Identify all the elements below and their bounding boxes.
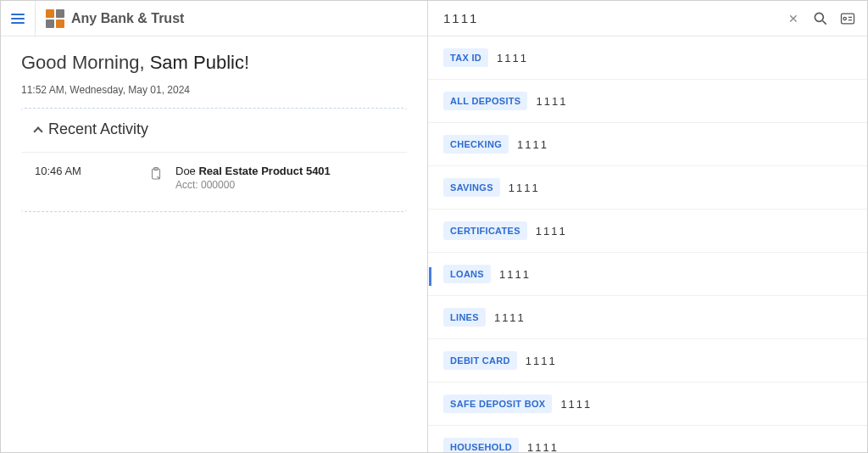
result-value: 1111: [560, 398, 592, 411]
search-result-row[interactable]: CHECKING1111: [428, 122, 867, 165]
result-value: 1111: [536, 95, 567, 108]
search-input[interactable]: [442, 10, 777, 26]
search-result-row[interactable]: LINES1111: [428, 295, 867, 338]
result-value: 1111: [527, 441, 559, 453]
result-value: 1111: [497, 52, 528, 64]
brand-title: Any Bank & Trust: [71, 11, 184, 26]
search-result-row[interactable]: HOUSEHOLD1111: [428, 425, 867, 452]
greeting-prefix: Good Morning,: [21, 52, 150, 73]
greeting-timestamp: 11:52 AM, Wednesday, May 01, 2024: [1, 79, 427, 108]
result-chip: LOANS: [443, 265, 491, 283]
result-value: 1111: [517, 138, 548, 151]
result-chip: TAX ID: [443, 48, 488, 67]
search-result-row[interactable]: DEBIT CARD1111: [428, 338, 867, 382]
clipboard-icon: [148, 166, 164, 182]
greeting-suffix: !: [244, 52, 249, 73]
result-value: 1111: [509, 182, 540, 194]
result-value: 1111: [526, 355, 557, 367]
search-results: TAX ID1111ALL DEPOSITS1111CHECKING1111SA…: [428, 36, 867, 452]
settings-card-icon[interactable]: [837, 8, 859, 30]
result-chip: CERTIFICATES: [443, 221, 527, 240]
result-chip: SAVINGS: [443, 178, 500, 197]
menu-button[interactable]: [9, 10, 26, 27]
result-chip: HOUSEHOLD: [443, 438, 519, 452]
svg-point-4: [843, 17, 846, 20]
result-value: 1111: [536, 225, 567, 238]
activity-row[interactable]: 10:46 AM Doe Real Estate Product 5401 Ac…: [21, 153, 407, 211]
recent-activity-toggle[interactable]: Recent Activity: [21, 109, 407, 153]
result-value: 1111: [499, 268, 531, 281]
result-chip: SAFE DEPOSIT BOX: [443, 394, 552, 413]
brand: Any Bank & Trust: [35, 1, 184, 36]
result-chip: ALL DEPOSITS: [443, 92, 527, 110]
chevron-up-icon: [33, 126, 42, 136]
search-result-row[interactable]: SAVINGS1111: [428, 165, 867, 209]
result-chip: DEBIT CARD: [443, 351, 517, 370]
search-result-row[interactable]: CERTIFICATES1111: [428, 209, 867, 252]
greeting-name: Sam Public: [150, 52, 244, 73]
greeting: Good Morning, Sam Public!: [1, 36, 427, 79]
activity-sub: Acct: 000000: [175, 179, 393, 191]
search-bar: ✕: [428, 1, 867, 36]
svg-point-2: [815, 13, 823, 21]
brand-logo-icon: [46, 9, 64, 28]
search-icon[interactable]: [810, 8, 832, 30]
recent-activity-card: Recent Activity 10:46 AM Doe Real Estate…: [21, 108, 407, 212]
activity-who: Doe: [175, 165, 196, 177]
result-value: 1111: [494, 311, 526, 324]
right-panel: ✕ TAX ID1111ALL DEPOSITS1111CHECKING1111…: [428, 1, 867, 452]
recent-activity-title: Recent Activity: [48, 120, 148, 138]
activity-time: 10:46 AM: [35, 165, 136, 177]
results-scroll-indicator: [429, 267, 431, 286]
result-chip: CHECKING: [443, 135, 509, 154]
left-panel: Any Bank & Trust Good Morning, Sam Publi…: [1, 1, 428, 452]
activity-what: Real Estate Product 5401: [198, 165, 330, 177]
search-result-row[interactable]: LOANS1111: [428, 252, 867, 295]
search-result-row[interactable]: ALL DEPOSITS1111: [428, 79, 867, 122]
search-result-row[interactable]: TAX ID1111: [428, 36, 867, 79]
app-header: Any Bank & Trust: [1, 1, 427, 36]
search-result-row[interactable]: SAFE DEPOSIT BOX1111: [428, 382, 867, 425]
result-chip: LINES: [443, 308, 486, 327]
clear-button[interactable]: ✕: [782, 8, 804, 30]
